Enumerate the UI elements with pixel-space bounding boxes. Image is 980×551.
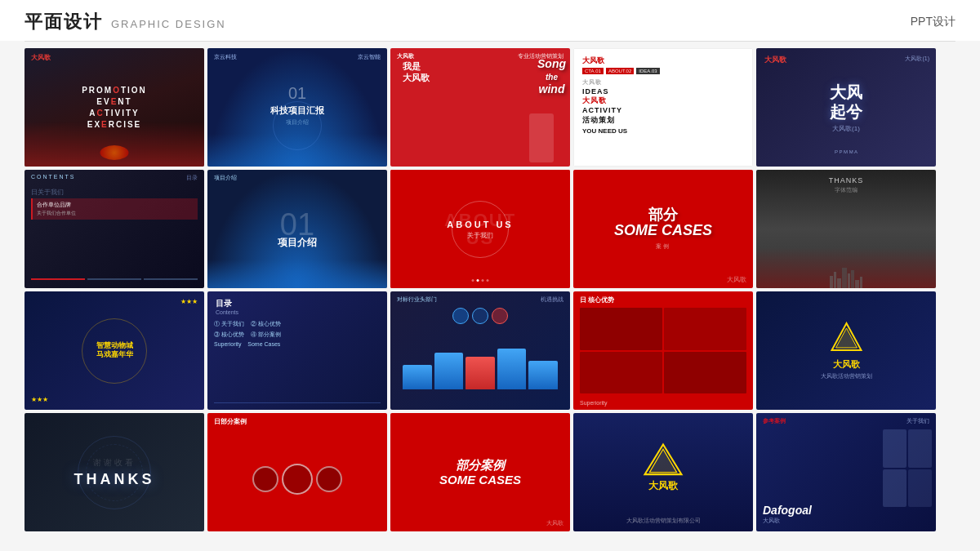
slide-16[interactable]: 谢谢收看 THANKS	[24, 413, 204, 531]
slide-1[interactable]: 大风歌 PROMOTIONEVENTACTIVITYEXERCISE	[24, 48, 204, 167]
title-chinese: 平面设计	[24, 10, 103, 34]
slide-3[interactable]: 大风歌 专业活动营销策划 我是大风歌 Songthewind	[390, 48, 570, 167]
slides-grid: 大风歌 PROMOTIONEVENTACTIVITYEXERCISE 京云科技 …	[0, 42, 980, 538]
slide-13[interactable]: 对标行业头部门 机遇挑战	[390, 291, 570, 410]
slide-8[interactable]: ABOUTUS ABOUT US 关于我们	[390, 170, 570, 288]
slide-6[interactable]: CONTENTS 目录 日关于我们 合作单位品牌 关于我们合作单位	[24, 170, 204, 288]
slide-20[interactable]: 参考案例 关于我们 Dafogoal 大风歌	[756, 413, 936, 531]
header-left: 平面设计 GRAPHIC DESIGN	[24, 10, 226, 34]
page-header: 平面设计 GRAPHIC DESIGN PPT设计	[0, 0, 980, 41]
header-subtitle: PPT设计	[911, 15, 956, 29]
slide-10[interactable]: THANKS 字体范编	[756, 170, 936, 288]
slide-18[interactable]: 部分案例SOME CASES 大风歌	[390, 413, 570, 531]
slide-19[interactable]: 大风歌 大风歌活动营销策划有限公司	[573, 413, 753, 531]
slide-12[interactable]: 目录 Contents ① 关于我们 ② 核心优势 ③ 核心优势 ④ 部分案例 …	[207, 291, 387, 410]
title-english: GRAPHIC DESIGN	[111, 18, 226, 30]
slide-9[interactable]: 部分SOME CASES 案例 大风歌	[573, 170, 753, 288]
slide-5[interactable]: 大风歌 大风歌(1) 大风起兮 大风歌(1) P P M M A	[756, 48, 936, 167]
slide-4[interactable]: 大风歌 CTA.01 ABOUT.02 IDEA.03 大风歌 IDEAS 大风…	[573, 48, 753, 167]
slide-15[interactable]: 大风歌 大风歌活动营销策划	[756, 291, 936, 410]
slide-7[interactable]: 项目介绍 01 项目介绍	[207, 170, 387, 288]
slide-11[interactable]: 智慧动物城马戏嘉年华 ★★★ ★★★	[24, 291, 204, 410]
slide-2[interactable]: 京云科技 京云智能 01 科技项目汇报 项目介绍	[207, 48, 387, 167]
slide-14[interactable]: 日 核心优势 Superiority	[573, 291, 753, 410]
slide-17[interactable]: 日部分案例	[207, 413, 387, 531]
